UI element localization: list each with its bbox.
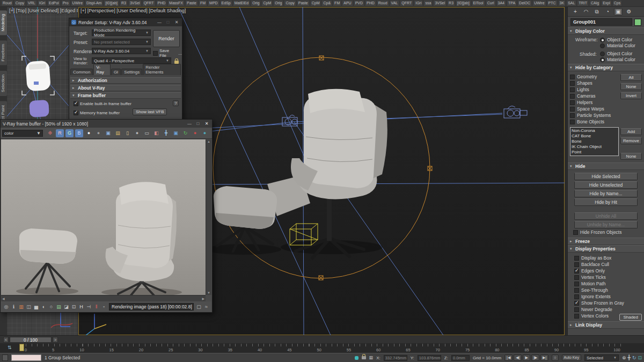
- vfb-status-icon[interactable]: ‖: [93, 304, 100, 309]
- ribbon-tab[interactable]: Modeling: [0, 10, 7, 35]
- toolbar-button[interactable]: R3: [447, 0, 455, 6]
- vfb-status-icon[interactable]: H: [78, 304, 85, 309]
- rollout-header-display-properties[interactable]: ▾ Display Properties: [568, 245, 644, 253]
- checkbox[interactable]: [574, 314, 579, 319]
- vfb-corner-icon[interactable]: ≈: [203, 304, 210, 309]
- set-key-button[interactable]: ○: [552, 354, 558, 361]
- vfb-status-icon[interactable]: ⊣: [85, 304, 92, 309]
- toolbar-button[interactable]: IGri: [414, 0, 423, 6]
- toolbar-button[interactable]: PTC: [547, 0, 558, 6]
- viewport-nav-icon[interactable]: ↻: [632, 355, 636, 360]
- toolbar-button[interactable]: Displ-Am: [85, 0, 103, 6]
- toolbar-button[interactable]: Cp&: [321, 0, 332, 6]
- toolbar-button[interactable]: PHD: [156, 0, 167, 6]
- scroll-left-icon[interactable]: ◀: [2, 297, 5, 300]
- toolbar-button[interactable]: MatElEd: [233, 0, 250, 6]
- vfb-status-icon[interactable]: ▅: [33, 304, 40, 309]
- renderer-dropdown[interactable]: V-Ray Adv 3.60.04▼: [92, 48, 151, 54]
- checkbox[interactable]: [570, 107, 575, 112]
- category-checkbox-row[interactable]: Shapes: [570, 80, 619, 86]
- vfb-toolbar-icon[interactable]: ▣: [172, 129, 180, 137]
- minimize-icon[interactable]: —: [156, 20, 163, 25]
- help-button[interactable]: ?: [173, 100, 179, 106]
- radio-icon[interactable]: [600, 57, 605, 62]
- checkbox[interactable]: [574, 275, 579, 280]
- exclude-category-list[interactable]: Non-CoronaCAT BoneBoneIK Chain ObjectPoi…: [570, 127, 619, 156]
- transport-button[interactable]: ◀|: [514, 354, 522, 361]
- rollout-about-vray[interactable]: ▸ About V-Ray: [70, 85, 181, 91]
- vfb-vertical-scrollbar[interactable]: ▲ ▼: [206, 139, 211, 295]
- checkbox[interactable]: [74, 101, 78, 106]
- x-coordinate-field[interactable]: 332.745mm: [384, 355, 407, 361]
- ribbon-tab[interactable]: Selection: [0, 71, 7, 96]
- toolbar-button[interactable]: UWire: [532, 0, 546, 6]
- render-button[interactable]: Render: [153, 30, 180, 47]
- view-to-render-dropdown[interactable]: Quad 4 - Perspective▼: [92, 57, 171, 64]
- target-dropdown[interactable]: Production Rendering Mode▼: [92, 29, 151, 36]
- category-checkbox-row[interactable]: Helpers: [570, 100, 619, 105]
- display-property-row[interactable]: Never Degrade: [574, 307, 642, 312]
- enable-framebuffer-row[interactable]: Enable built-in frame buffer: [74, 101, 131, 106]
- viewport-perspective-label[interactable]: [+] [Perspective] [User Defined] [Defaul…: [80, 8, 186, 13]
- toolbar-button[interactable]: Cps: [612, 0, 622, 6]
- toolbar-button[interactable]: UWire: [71, 0, 84, 6]
- close-icon[interactable]: ✕: [173, 20, 180, 25]
- vfb-toolbar-icon[interactable]: ↻: [181, 129, 189, 137]
- vfb-status-icon[interactable]: ◐: [40, 304, 47, 309]
- toolbar-button[interactable]: Orig: [251, 0, 261, 6]
- scroll-right-icon[interactable]: ▶: [202, 297, 204, 300]
- list-item[interactable]: CAT Bone: [572, 134, 617, 139]
- mini-curve-editor-icon[interactable]: ⇅: [8, 345, 12, 350]
- y-coordinate-field[interactable]: 103.876mm: [418, 355, 441, 361]
- scroll-down-icon[interactable]: ▼: [207, 291, 210, 294]
- hide-action-button[interactable]: Hide by Hit: [574, 198, 638, 206]
- toolbar-button[interactable]: TPA: [507, 0, 517, 6]
- checkbox[interactable]: [570, 87, 575, 92]
- vfb-toolbar-icon[interactable]: G: [65, 129, 74, 137]
- display-property-row[interactable]: Vertex Ticks: [574, 275, 642, 280]
- toolbar-button[interactable]: SAL: [566, 0, 576, 6]
- toolbar-button[interactable]: CpM: [310, 0, 321, 6]
- command-panel-tab-icon[interactable]: ⧉: [592, 8, 601, 16]
- auto-key-button[interactable]: Auto Key: [562, 354, 581, 361]
- checkbox[interactable]: [570, 120, 575, 124]
- coordinate-mode-icon[interactable]: ⊞: [369, 355, 374, 360]
- command-panel-tab-icon[interactable]: ◔: [603, 8, 612, 16]
- toolbar-button[interactable]: APU: [342, 0, 353, 6]
- object-color-swatch[interactable]: [634, 19, 641, 26]
- vfb-status-icon[interactable]: ⊡: [70, 304, 77, 309]
- toolbar-button[interactable]: Curl: [486, 0, 496, 6]
- channel-dropdown[interactable]: color ▼: [2, 130, 43, 137]
- maximize-icon[interactable]: □: [165, 20, 171, 25]
- toolbar-button[interactable]: Expl: [601, 0, 612, 6]
- all-button[interactable]: All: [620, 74, 642, 81]
- scroll-up-icon[interactable]: ▲: [207, 140, 210, 143]
- list-item[interactable]: Point: [572, 150, 617, 155]
- checkbox[interactable]: [574, 288, 579, 293]
- checkbox[interactable]: [570, 100, 575, 105]
- toolbar-button[interactable]: 3K: [558, 0, 566, 6]
- vfb-toolbar-icon[interactable]: ◧: [152, 129, 160, 137]
- vfb-toolbar-icon[interactable]: B: [75, 129, 83, 137]
- vfb-toolbar-icon[interactable]: ▤: [114, 129, 122, 137]
- remove-button[interactable]: Remove: [620, 137, 642, 144]
- radio-wireframe-object[interactable]: Object Color: [600, 37, 642, 42]
- rollout-header-hide-by-category[interactable]: ▾ Hide by Category: [568, 64, 644, 71]
- toolbar-button[interactable]: 3VSel: [128, 0, 142, 6]
- command-panel-tab-icon[interactable]: ◠: [582, 8, 590, 16]
- render-setup-tab[interactable]: Settings: [121, 69, 142, 75]
- vfb-toolbar-icon[interactable]: R: [56, 129, 64, 137]
- checkbox[interactable]: [574, 269, 579, 274]
- toolbar-button[interactable]: CAlg: [589, 0, 601, 6]
- vfb-status-icon[interactable]: ▥: [18, 304, 25, 309]
- list-item[interactable]: IK Chain Object: [572, 144, 617, 150]
- rollout-frame-buffer[interactable]: ▾ Frame buffer: [70, 92, 181, 99]
- toolbar-button[interactable]: MassFX: [167, 0, 185, 6]
- toolbar-button[interactable]: Copy: [14, 0, 26, 6]
- radio-shaded-object[interactable]: Object Color: [600, 51, 642, 56]
- display-property-row[interactable]: Motion Path: [574, 281, 642, 286]
- render-setup-tab[interactable]: GI: [111, 69, 121, 75]
- rollout-header-hide[interactable]: ▾ Hide: [568, 162, 644, 170]
- vfb-status-icon[interactable]: ◎: [3, 304, 10, 309]
- track-bar[interactable]: ⇅ 05101520253035404550556065707580859095…: [0, 343, 644, 353]
